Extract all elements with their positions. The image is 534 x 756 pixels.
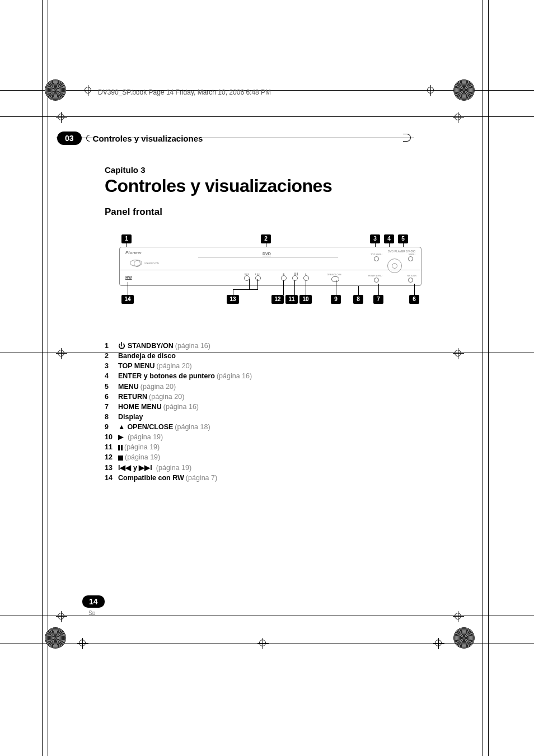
chapter-tab: 03 Controles y visualizaciones — [57, 132, 203, 145]
nav-circle — [387, 259, 402, 273]
legend-item: 9▲OPEN/CLOSE(página 18) — [105, 422, 424, 432]
skip-icons: I◀◀ y ▶▶I — [118, 464, 152, 472]
btn-label: ■ — [283, 272, 284, 275]
page-title: Controles y visualizaciones — [105, 176, 424, 196]
chapter-number-pill: 03 — [57, 132, 82, 145]
callout-line — [294, 280, 295, 295]
page-language: Sp — [88, 610, 95, 616]
pause-button — [292, 275, 298, 281]
callout-11: 11 — [285, 295, 298, 304]
registration-mark — [45, 627, 66, 649]
chapter-label: Capítulo 3 — [105, 165, 424, 175]
callout-line — [306, 280, 306, 295]
legend-item: 14Compatible con RW(página 7) — [105, 473, 424, 483]
source-header: DV390_SP.book Page 14 Friday, March 10, … — [98, 88, 271, 96]
print-rule-v — [42, 0, 43, 756]
openclose-label: OPEN/CLOSE — [327, 273, 341, 276]
pause-icon — [118, 445, 123, 450]
print-rule-v — [488, 0, 489, 756]
next-button — [255, 275, 261, 281]
top-menu-btn — [374, 256, 379, 261]
book-icon — [83, 85, 94, 96]
top-menu-label: TOP MENU — [371, 253, 382, 256]
legend-item: 13I◀◀ y ▶▶I(página 19) — [105, 463, 424, 473]
return-label: RETURN — [407, 274, 416, 277]
legend-item: 3TOP MENU(página 20) — [105, 361, 424, 371]
rw-label: RW — [125, 275, 132, 279]
crosshair-mark — [453, 112, 464, 123]
standby-button — [130, 260, 142, 266]
callout-line — [414, 284, 415, 295]
page-number: 14 — [82, 595, 105, 608]
callout-line — [378, 284, 379, 295]
btn-label: ▸ — [305, 272, 307, 275]
crosshair-mark — [56, 611, 67, 622]
registration-mark — [453, 79, 475, 101]
callout-12: 12 — [271, 295, 284, 304]
play-icon: ▶ — [118, 433, 124, 441]
registration-mark — [45, 79, 66, 101]
disc-tray — [198, 257, 338, 258]
print-rule-v — [483, 0, 483, 756]
crosshair-mark — [433, 638, 444, 649]
callout-14: 14 — [121, 295, 134, 304]
btn-label: ❚❚ — [294, 272, 298, 275]
brand-label: Pioneer — [125, 250, 142, 255]
menu-label: MENU — [409, 253, 415, 256]
callout-8: 8 — [353, 295, 363, 304]
callout-line — [128, 282, 128, 295]
callout-line — [249, 289, 258, 290]
legend-item: 5MENU(página 20) — [105, 382, 424, 392]
crosshair-mark — [453, 348, 464, 359]
legend-item: 10▶(página 19) — [105, 432, 424, 442]
legend-item: 2Bandeja de disco — [105, 351, 424, 361]
registration-mark — [453, 627, 475, 649]
crosshair-mark — [425, 85, 437, 96]
callout-9: 9 — [331, 295, 341, 304]
callout-6: 6 — [409, 295, 419, 304]
callout-2: 2 — [261, 234, 271, 243]
crosshair-mark — [56, 112, 67, 123]
crosshair-mark — [257, 638, 269, 649]
callout-7: 7 — [373, 295, 383, 304]
legend-item: 8Display — [105, 412, 424, 422]
eject-icon: ▲ — [118, 423, 125, 431]
home-menu-btn — [374, 278, 379, 283]
callout-4: 4 — [384, 234, 394, 243]
dvd-logo: DVD — [263, 252, 271, 256]
openclose-button — [331, 276, 339, 282]
callout-line — [249, 279, 250, 289]
callout-line — [257, 279, 258, 289]
crosshair-mark — [56, 348, 67, 359]
home-menu-label: HOME MENU — [368, 274, 382, 277]
chapter-tab-title: Controles y visualizaciones — [93, 134, 203, 143]
crosshair-mark — [77, 638, 88, 649]
callout-line — [358, 286, 359, 295]
callout-10: 10 — [299, 295, 312, 304]
nav-panel: TOP MENU MENU HOME MENU RETURN — [372, 250, 416, 284]
section-title: Panel frontal — [105, 206, 424, 218]
chapter-rule-end — [403, 134, 411, 142]
legend-list: 1⏻STANDBY/ON(página 16) 2Bandeja de disc… — [105, 341, 424, 483]
callout-3: 3 — [370, 234, 380, 243]
callout-line — [233, 289, 250, 290]
device-outline: Pioneer DVD DVD PLAYER DV-393 STANDBY/ON… — [119, 247, 421, 286]
stop-button — [281, 275, 287, 281]
bracket-icon — [86, 135, 90, 142]
crosshair-mark — [453, 611, 464, 622]
callout-5: 5 — [398, 234, 408, 243]
legend-item: 7HOME MENU(página 16) — [105, 402, 424, 412]
enter-button — [392, 263, 397, 269]
standby-label: STANDBY/ON — [144, 262, 159, 265]
callout-line — [233, 289, 233, 295]
return-btn — [408, 278, 413, 283]
main-content: Capítulo 3 Controles y visualizaciones P… — [105, 165, 424, 483]
callout-13: 13 — [227, 295, 239, 304]
legend-item: 6RETURN(página 20) — [105, 392, 424, 402]
power-icon: ⏻ — [118, 342, 125, 350]
front-panel-diagram: 1 2 3 4 5 Pioneer DVD DVD PLAYER DV-393 … — [119, 234, 421, 313]
callout-line — [283, 280, 284, 295]
legend-item: 12(página 19) — [105, 452, 424, 462]
legend-item: 1⏻STANDBY/ON(página 16) — [105, 341, 424, 351]
play-button — [303, 275, 309, 281]
